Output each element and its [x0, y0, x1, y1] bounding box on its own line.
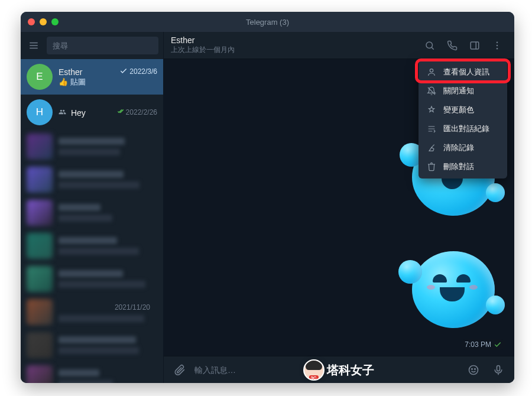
menu-label: 變更顏色: [443, 105, 474, 115]
menu-label: 刪除對話: [443, 161, 474, 172]
sidebar-top: [21, 32, 163, 59]
menu-label: 匯出對話紀錄: [443, 124, 489, 134]
chat-date: 2022/2/26: [115, 107, 157, 118]
sticker-message[interactable]: [403, 236, 504, 337]
chat-item-blurred[interactable]: [21, 329, 163, 362]
attach-button[interactable]: [170, 360, 190, 380]
avatar: H: [27, 99, 53, 125]
chat-item-blurred[interactable]: [21, 229, 163, 262]
emoji-button[interactable]: [463, 360, 484, 380]
composer: [164, 356, 514, 383]
svg-point-7: [497, 41, 498, 43]
chat-item-blurred[interactable]: [21, 196, 163, 229]
svg-point-3: [426, 42, 433, 48]
svg-point-11: [472, 368, 473, 369]
menu-item-color[interactable]: 變更顏色: [419, 100, 507, 119]
search-in-chat-button[interactable]: [420, 35, 440, 56]
thumbs-up-icon: 👍: [59, 77, 68, 86]
read-checks-icon: [115, 107, 124, 118]
chat-item-blurred[interactable]: [21, 362, 163, 383]
menu-label: 查看個人資訊: [443, 67, 489, 77]
svg-point-10: [469, 365, 478, 374]
app-window: Telegram (3) E Esther: [21, 12, 514, 383]
chat-item-blurred[interactable]: [21, 262, 163, 296]
chat-item-esther[interactable]: E Esther 2022/3/6 👍: [21, 59, 163, 95]
window-title: Telegram (3): [21, 18, 514, 27]
sidebar: E Esther 2022/3/6 👍: [21, 32, 164, 383]
export-icon: [427, 124, 436, 134]
window-maximize-button[interactable]: [51, 18, 59, 25]
message-time: 7:03 PM: [460, 339, 506, 350]
window-minimize-button[interactable]: [40, 18, 47, 25]
svg-point-8: [497, 44, 498, 46]
chat-header-info[interactable]: Esther 上次上線於一個月內: [171, 35, 235, 55]
svg-point-15: [430, 69, 433, 72]
titlebar: Telegram (3): [21, 12, 514, 32]
svg-line-4: [432, 47, 433, 49]
chat-header-actions: [420, 35, 507, 56]
menu-item-delete[interactable]: 刪除對話: [419, 157, 507, 176]
mute-icon: [427, 86, 436, 96]
chat-list[interactable]: E Esther 2022/3/6 👍: [21, 59, 163, 383]
menu-button[interactable]: [25, 37, 42, 54]
window-close-button[interactable]: [28, 18, 35, 25]
read-checks-icon: [119, 67, 128, 77]
menu-item-export[interactable]: 匯出對話紀錄: [419, 119, 507, 138]
svg-point-12: [475, 368, 476, 369]
group-icon: [59, 108, 69, 118]
palette-icon: [427, 105, 436, 115]
voice-button[interactable]: [488, 360, 508, 380]
menu-label: 關閉通知: [443, 86, 474, 96]
menu-item-mute[interactable]: 關閉通知: [419, 82, 507, 100]
chat-item-blurred[interactable]: 2021/11/20: [21, 296, 163, 329]
chat-item-blurred[interactable]: [21, 130, 163, 163]
chat-item-blurred[interactable]: [21, 163, 163, 196]
more-button[interactable]: [487, 35, 507, 56]
message-input[interactable]: [194, 365, 459, 375]
chat-main: Esther 上次上線於一個月內: [164, 32, 514, 383]
svg-point-9: [497, 47, 498, 49]
trash-icon: [427, 162, 436, 171]
svg-rect-13: [497, 365, 500, 371]
call-button[interactable]: [442, 35, 462, 56]
traffic-lights: [28, 18, 59, 25]
chat-name: Esther: [59, 67, 82, 77]
menu-label: 清除記錄: [443, 142, 474, 153]
chat-item-body: Hey 2022/2/26: [59, 107, 157, 118]
chat-date: 2021/11/20: [59, 302, 157, 311]
chat-header-name: Esther: [171, 35, 235, 45]
chat-name: Hey: [59, 108, 86, 118]
menu-item-clear[interactable]: 清除記錄: [419, 138, 507, 157]
search-input[interactable]: [47, 37, 158, 54]
sidepanel-button[interactable]: [465, 35, 485, 56]
avatar: E: [27, 64, 53, 90]
chat-preview: 👍 貼圖: [59, 77, 157, 87]
menu-item-profile[interactable]: 查看個人資訊: [419, 63, 507, 82]
chat-item-body: Esther 2022/3/6 👍 貼圖: [59, 67, 157, 87]
svg-rect-5: [471, 42, 479, 49]
read-check-icon: [494, 340, 502, 349]
context-menu: 查看個人資訊 關閉通知 變更顏色 匯出對話紀錄 清除記錄: [419, 60, 507, 178]
chat-item-hey[interactable]: H Hey: [21, 95, 163, 130]
profile-icon: [427, 67, 436, 77]
app-body: E Esther 2022/3/6 👍: [21, 32, 514, 383]
chat-header-status: 上次上線於一個月內: [171, 45, 235, 55]
chat-header[interactable]: Esther 上次上線於一個月內: [164, 32, 514, 59]
chat-date: 2022/3/6: [119, 67, 157, 77]
broom-icon: [427, 143, 436, 152]
